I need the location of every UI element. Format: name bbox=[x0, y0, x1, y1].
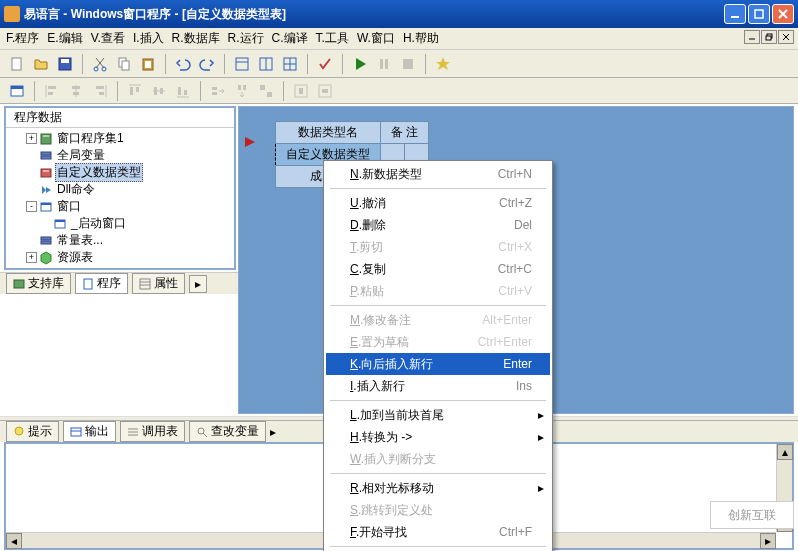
redo-button[interactable] bbox=[196, 53, 218, 75]
context-menu-shortcut: Del bbox=[514, 218, 532, 232]
tab-vars[interactable]: 查改变量 bbox=[189, 421, 266, 442]
tree-item[interactable]: -窗口 bbox=[10, 198, 230, 215]
context-menu-shortcut: Alt+Enter bbox=[482, 313, 532, 327]
menu-view[interactable]: V.查看 bbox=[91, 30, 125, 47]
tree-item-label: 资源表 bbox=[55, 249, 95, 266]
context-menu-label: D.删除 bbox=[350, 217, 514, 234]
svg-rect-66 bbox=[41, 203, 51, 205]
same-height-icon bbox=[231, 80, 253, 102]
svg-rect-31 bbox=[48, 86, 56, 89]
tree-item[interactable]: 常量表... bbox=[10, 232, 230, 249]
tree-item[interactable]: 自定义数据类型 bbox=[10, 164, 230, 181]
mdi-close-button[interactable] bbox=[778, 30, 794, 44]
context-menu-item[interactable]: U.撤消Ctrl+Z bbox=[326, 192, 550, 214]
tree-item[interactable]: _启动窗口 bbox=[10, 215, 230, 232]
tree-item[interactable]: +资源表 bbox=[10, 249, 230, 266]
scroll-up-button[interactable]: ▴ bbox=[777, 444, 793, 460]
context-menu-label: K.向后插入新行 bbox=[350, 356, 503, 373]
context-menu-item[interactable]: L.加到当前块首尾▸ bbox=[326, 404, 550, 426]
svg-rect-15 bbox=[122, 61, 129, 70]
tab-output[interactable]: 输出 bbox=[63, 421, 116, 442]
tree-item-label: 自定义数据类型 bbox=[55, 163, 143, 182]
svg-rect-27 bbox=[403, 59, 413, 69]
app-icon bbox=[4, 6, 20, 22]
context-menu-item[interactable]: H.转换为 ->▸ bbox=[326, 426, 550, 448]
col-typename[interactable]: 数据类型名 bbox=[276, 122, 381, 144]
tab-support[interactable]: 支持库 bbox=[6, 273, 71, 294]
svg-rect-53 bbox=[267, 92, 272, 97]
tab-property[interactable]: 属性 bbox=[132, 273, 185, 294]
context-menu-item[interactable]: N.新数据类型Ctrl+N bbox=[326, 163, 550, 185]
context-menu-item[interactable]: I.插入新行Ins bbox=[326, 375, 550, 397]
context-menu-shortcut: Ctrl+N bbox=[498, 167, 532, 181]
context-menu-shortcut: Ctrl+Enter bbox=[478, 335, 532, 349]
svg-point-76 bbox=[15, 427, 23, 435]
cut-button[interactable] bbox=[89, 53, 111, 75]
tree-body[interactable]: +窗口程序集1全局变量自定义数据类型Dll命令-窗口_启动窗口常量表...+资源… bbox=[6, 128, 234, 268]
maximize-button[interactable] bbox=[748, 4, 770, 24]
context-menu-label: C.复制 bbox=[350, 261, 498, 278]
context-menu-item[interactable]: C.复制Ctrl+C bbox=[326, 258, 550, 280]
svg-rect-72 bbox=[84, 279, 92, 289]
menu-help[interactable]: H.帮助 bbox=[403, 30, 439, 47]
context-menu-label: U.撤消 bbox=[350, 195, 499, 212]
layout2-button[interactable] bbox=[255, 53, 277, 75]
menu-compile[interactable]: C.编译 bbox=[272, 30, 308, 47]
mdi-restore-button[interactable] bbox=[761, 30, 777, 44]
svg-rect-55 bbox=[299, 88, 303, 94]
context-menu-shortcut: Ctrl+X bbox=[498, 240, 532, 254]
save-button[interactable] bbox=[54, 53, 76, 75]
tab-overflow-button[interactable]: ▸ bbox=[189, 275, 207, 293]
context-menu-item[interactable]: D.删除Del bbox=[326, 214, 550, 236]
scroll-left-button[interactable]: ◂ bbox=[6, 533, 22, 549]
scroll-right-button[interactable]: ▸ bbox=[760, 533, 776, 549]
same-size-icon bbox=[255, 80, 277, 102]
context-menu-label: P.粘贴 bbox=[350, 283, 498, 300]
check-button[interactable] bbox=[314, 53, 336, 75]
mdi-minimize-button[interactable] bbox=[744, 30, 760, 44]
menu-edit[interactable]: E.编辑 bbox=[47, 30, 82, 47]
svg-rect-48 bbox=[212, 87, 217, 90]
menu-window[interactable]: W.窗口 bbox=[357, 30, 395, 47]
run-button[interactable] bbox=[349, 53, 371, 75]
tab-program[interactable]: 程序 bbox=[75, 273, 128, 294]
align-middle-icon bbox=[148, 80, 170, 102]
menu-tools[interactable]: T.工具 bbox=[316, 30, 349, 47]
menu-db[interactable]: R.数据库 bbox=[172, 30, 220, 47]
bulb-icon bbox=[13, 426, 25, 438]
star-button[interactable] bbox=[432, 53, 454, 75]
form-button[interactable] bbox=[6, 80, 28, 102]
menu-insert[interactable]: I.插入 bbox=[133, 30, 164, 47]
tree-expander[interactable]: + bbox=[26, 133, 37, 144]
svg-rect-52 bbox=[260, 85, 265, 90]
open-button[interactable] bbox=[30, 53, 52, 75]
svg-rect-68 bbox=[55, 220, 65, 222]
svg-rect-9 bbox=[12, 58, 21, 70]
tree-item[interactable]: 全局变量 bbox=[10, 147, 230, 164]
undo-button[interactable] bbox=[172, 53, 194, 75]
tree-expander[interactable]: + bbox=[26, 252, 37, 263]
col-remark[interactable]: 备 注 bbox=[381, 122, 429, 144]
tab-trace[interactable]: 调用表 bbox=[120, 421, 185, 442]
tab-tip[interactable]: 提示 bbox=[6, 421, 59, 442]
tree-item[interactable]: Dll命令 bbox=[10, 181, 230, 198]
mdi-controls bbox=[744, 30, 794, 44]
bottom-tab-overflow[interactable]: ▸ bbox=[270, 425, 276, 439]
layout1-button[interactable] bbox=[231, 53, 253, 75]
minimize-button[interactable] bbox=[724, 4, 746, 24]
context-menu-label: S.跳转到定义处 bbox=[350, 502, 532, 519]
layout3-button[interactable] bbox=[279, 53, 301, 75]
paste-button[interactable] bbox=[137, 53, 159, 75]
menu-run[interactable]: R.运行 bbox=[228, 30, 264, 47]
new-button[interactable] bbox=[6, 53, 28, 75]
close-button[interactable] bbox=[772, 4, 794, 24]
tree-expander[interactable]: - bbox=[26, 201, 37, 212]
menu-file[interactable]: F.程序 bbox=[6, 30, 39, 47]
svg-rect-1 bbox=[755, 10, 763, 18]
copy-button[interactable] bbox=[113, 53, 135, 75]
context-menu-label: H.转换为 -> bbox=[350, 429, 532, 446]
context-menu-item[interactable]: K.向后插入新行Enter bbox=[326, 353, 550, 375]
context-menu-item[interactable]: F.开始寻找Ctrl+F bbox=[326, 521, 550, 543]
context-menu-item[interactable]: R.相对光标移动▸ bbox=[326, 477, 550, 499]
tree-item[interactable]: +窗口程序集1 bbox=[10, 130, 230, 147]
